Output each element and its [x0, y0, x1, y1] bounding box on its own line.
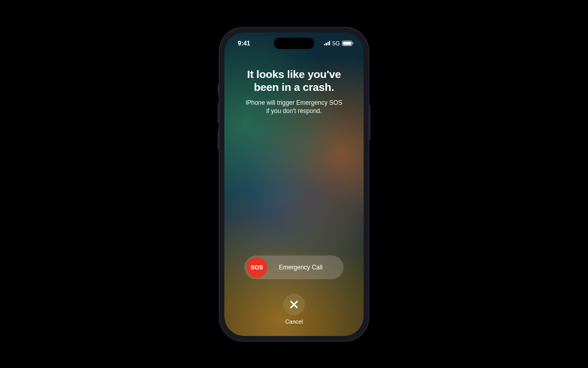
- phone-screen: 9:41 5G It looks like you've been in a c…: [224, 33, 364, 336]
- alert-headline: It looks like you've been in a crash.: [235, 68, 353, 93]
- subhead-line: if you don't respond.: [266, 107, 322, 115]
- status-right-cluster: 5G: [324, 40, 352, 46]
- volume-down-button[interactable]: [218, 129, 219, 149]
- status-time: 9:41: [238, 40, 264, 47]
- battery-icon: [342, 41, 352, 46]
- sos-knob-label: SOS: [251, 264, 263, 270]
- mute-switch[interactable]: [218, 84, 219, 95]
- alert-subhead: iPhone will trigger Emergency SOS if you…: [235, 99, 353, 115]
- cancel-area: Cancel: [283, 294, 305, 325]
- cellular-signal-icon: [324, 41, 330, 45]
- network-label: 5G: [332, 40, 340, 46]
- side-power-button[interactable]: [369, 105, 370, 141]
- headline-line: been in a crash.: [254, 81, 334, 93]
- subhead-line: iPhone will trigger Emergency SOS: [246, 99, 342, 106]
- cancel-label: Cancel: [283, 318, 305, 325]
- headline-line: It looks like you've: [247, 68, 341, 80]
- close-icon: [289, 300, 299, 309]
- cancel-button[interactable]: [283, 294, 305, 315]
- volume-up-button[interactable]: [218, 103, 219, 123]
- emergency-call-slider[interactable]: SOS Emergency Call: [244, 255, 344, 279]
- alert-content: It looks like you've been in a crash. iP…: [224, 68, 364, 116]
- sos-slider-knob[interactable]: SOS: [247, 257, 267, 278]
- dynamic-island: [274, 38, 314, 49]
- slider-track-label: Emergency Call: [267, 264, 341, 271]
- phone-device-frame: 9:41 5G It looks like you've been in a c…: [219, 27, 369, 341]
- side-buttons-left: [218, 84, 219, 154]
